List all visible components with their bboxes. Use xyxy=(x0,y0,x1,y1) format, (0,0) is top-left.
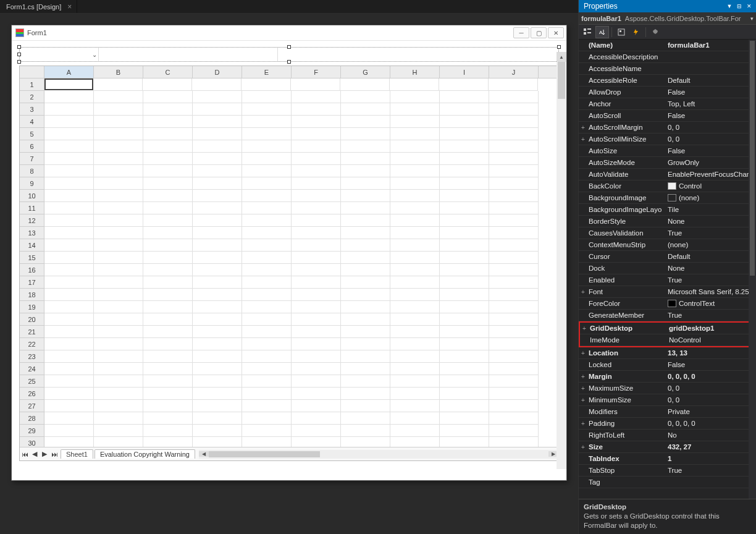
property-value[interactable]: None xyxy=(668,265,756,272)
grid-cell[interactable] xyxy=(242,375,292,388)
property-row[interactable]: AccessibleName xyxy=(579,63,756,75)
property-grid[interactable]: (Name)formulaBar1AccessibleDescriptionAc… xyxy=(579,40,756,499)
row-header[interactable]: 28 xyxy=(20,412,44,425)
grid-cell[interactable] xyxy=(44,326,94,338)
grid-cell[interactable] xyxy=(341,363,390,375)
grid-cell[interactable] xyxy=(341,103,390,116)
grid-cell[interactable] xyxy=(489,227,539,239)
grid-cell[interactable] xyxy=(44,202,94,214)
grid-cell[interactable] xyxy=(390,91,440,103)
property-row[interactable]: GenerateMemberTrue xyxy=(579,310,756,321)
grid-cell[interactable] xyxy=(440,400,489,412)
grid-cell[interactable] xyxy=(390,128,440,140)
row-header[interactable]: 22 xyxy=(20,338,44,350)
property-row[interactable]: AnchorTop, Left xyxy=(579,98,756,110)
property-value[interactable]: None xyxy=(668,218,756,225)
grid-cell[interactable] xyxy=(242,388,292,400)
grid-cell[interactable] xyxy=(94,437,143,447)
column-header[interactable]: I xyxy=(440,66,489,78)
grid-cell[interactable] xyxy=(193,91,242,103)
scrollbar-thumb[interactable] xyxy=(209,451,320,457)
grid-cell[interactable] xyxy=(489,437,539,447)
grid-cell[interactable] xyxy=(242,276,292,289)
resize-handle[interactable] xyxy=(17,53,21,56)
grid-cell[interactable] xyxy=(242,239,292,252)
grid-cell[interactable] xyxy=(440,326,489,338)
grid-cell[interactable] xyxy=(94,252,143,264)
grid-cell[interactable] xyxy=(94,350,143,363)
grid-cell[interactable] xyxy=(341,165,390,177)
next-sheet-icon[interactable]: ▶ xyxy=(40,450,49,458)
grid-cell[interactable] xyxy=(143,227,193,239)
grid-cell[interactable] xyxy=(390,289,440,301)
grid-cell[interactable] xyxy=(292,202,341,214)
grid-cell[interactable] xyxy=(341,326,390,338)
grid-cell[interactable] xyxy=(440,140,489,153)
property-row[interactable]: EnabledTrue xyxy=(579,274,756,286)
grid-cell[interactable] xyxy=(341,276,390,289)
grid-cell[interactable] xyxy=(341,177,390,190)
grid-cell[interactable] xyxy=(390,425,440,437)
grid-cell[interactable] xyxy=(341,350,390,363)
grid-cell[interactable] xyxy=(341,400,390,412)
property-value[interactable]: GrowOnly xyxy=(668,159,756,166)
row-header[interactable]: 12 xyxy=(20,214,44,227)
column-header[interactable]: A xyxy=(44,66,94,78)
grid-cell[interactable] xyxy=(440,350,489,363)
grid-cell[interactable] xyxy=(44,264,94,276)
grid-cell[interactable] xyxy=(242,363,292,375)
grid-cell[interactable] xyxy=(341,313,390,326)
property-row[interactable]: +MinimumSize0, 0 xyxy=(579,394,756,406)
grid-cell[interactable] xyxy=(292,239,341,252)
grid-cell[interactable] xyxy=(489,375,539,388)
row-header[interactable]: 8 xyxy=(20,165,44,177)
column-header[interactable]: H xyxy=(390,66,440,78)
property-row[interactable]: TabStopTrue xyxy=(579,465,756,477)
property-row[interactable]: AccessibleDescription xyxy=(579,51,756,63)
property-row[interactable]: +FontMicrosoft Sans Serif, 8.25 xyxy=(579,286,756,298)
grid-cell[interactable] xyxy=(489,177,539,190)
grid-cell[interactable] xyxy=(242,425,292,437)
property-value[interactable]: Microsoft Sans Serif, 8.25 xyxy=(668,288,756,295)
grid-cell[interactable] xyxy=(489,313,539,326)
grid-cell[interactable] xyxy=(390,78,439,91)
resize-handle[interactable] xyxy=(17,45,21,49)
row-header[interactable]: 25 xyxy=(20,375,44,388)
grid-cell[interactable] xyxy=(489,140,539,153)
row-header[interactable]: 5 xyxy=(20,128,44,140)
grid-cell[interactable] xyxy=(489,252,539,264)
grid-cell[interactable] xyxy=(489,264,539,276)
grid-cell[interactable] xyxy=(94,326,143,338)
property-value[interactable]: False xyxy=(668,88,756,96)
property-value[interactable]: True xyxy=(668,312,756,319)
grid-cell[interactable] xyxy=(489,301,539,313)
grid-cell[interactable] xyxy=(94,388,143,400)
grid-cell[interactable] xyxy=(44,388,94,400)
property-row[interactable]: AllowDropFalse xyxy=(579,87,756,98)
grid-cell[interactable] xyxy=(44,153,94,165)
document-tabs[interactable]: Form1.cs [Design] × xyxy=(0,0,578,14)
grid-cell[interactable] xyxy=(489,388,539,400)
grid-cell[interactable] xyxy=(193,388,242,400)
grid-cell[interactable] xyxy=(242,202,292,214)
close-icon[interactable]: × xyxy=(67,2,72,11)
grid-cell[interactable] xyxy=(94,202,143,214)
name-box[interactable]: ⌄ xyxy=(20,48,99,61)
row-header[interactable]: 10 xyxy=(20,190,44,202)
grid-cell[interactable] xyxy=(143,301,193,313)
grid-cell[interactable] xyxy=(242,128,292,140)
grid-cell[interactable] xyxy=(193,128,242,140)
scrollbar-thumb[interactable] xyxy=(750,41,755,276)
expander-icon[interactable]: + xyxy=(579,420,587,427)
property-value[interactable]: True xyxy=(668,467,756,474)
resize-handle[interactable] xyxy=(17,60,21,64)
grid-cell[interactable] xyxy=(94,239,143,252)
grid-cell[interactable] xyxy=(143,313,193,326)
vertical-scrollbar[interactable] xyxy=(749,40,756,499)
row-header[interactable]: 2 xyxy=(20,91,44,103)
row-header[interactable]: 30 xyxy=(20,437,44,447)
last-sheet-icon[interactable]: ⏭ xyxy=(49,451,59,458)
property-value[interactable]: True xyxy=(668,229,756,237)
grid-cell[interactable] xyxy=(489,103,539,116)
row-header[interactable]: 4 xyxy=(20,116,44,128)
